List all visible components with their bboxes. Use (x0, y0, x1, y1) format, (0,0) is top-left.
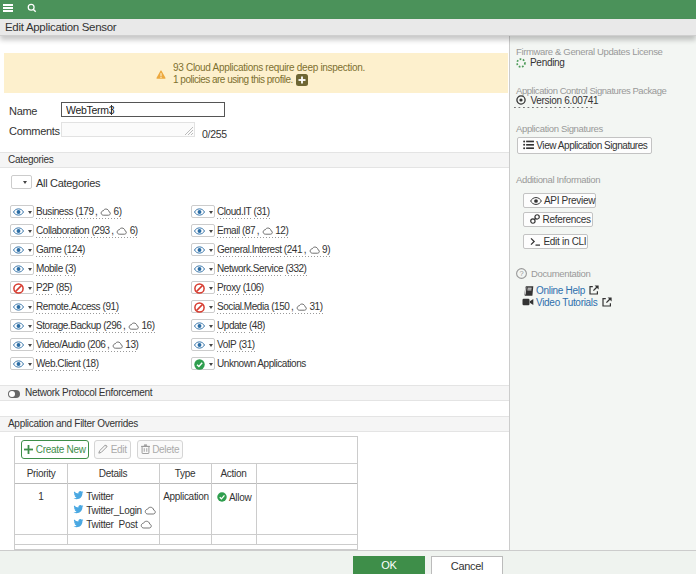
svg-text:?: ? (520, 269, 524, 278)
